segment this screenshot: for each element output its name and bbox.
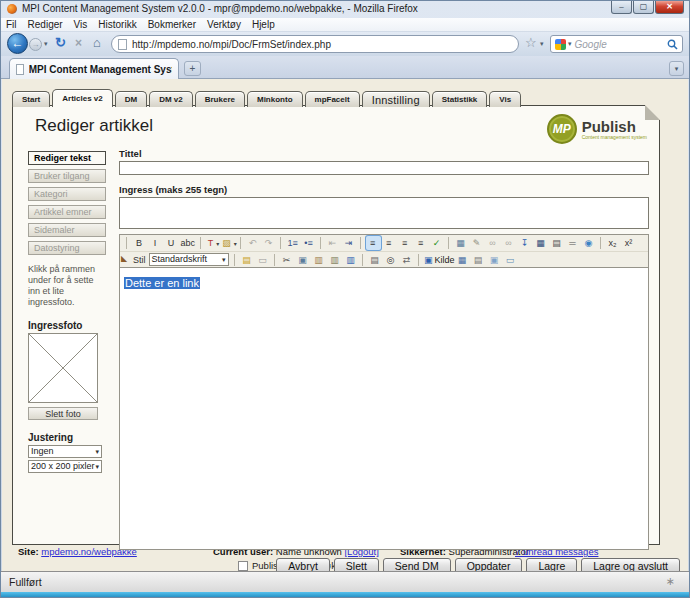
back-button[interactable]: ←	[7, 33, 28, 54]
align-justify-icon[interactable]: ≡	[414, 236, 429, 250]
new-page-icon[interactable]: ▤	[240, 253, 255, 267]
attachment-icon[interactable]: ✎	[470, 236, 485, 250]
source-icon[interactable]: ▣ Kilde	[424, 253, 455, 267]
align-left-icon[interactable]: ≡	[366, 236, 381, 250]
superscript-icon[interactable]: x²	[622, 236, 637, 250]
url-bar[interactable]: http://mpdemo.no/mpi/Doc/FrmSet/index.ph…	[111, 35, 519, 53]
tab-brukere[interactable]: Brukere	[195, 91, 245, 107]
search-go-icon[interactable]	[667, 39, 678, 50]
preview-icon[interactable]: ▤	[472, 253, 487, 267]
paste-icon[interactable]: ▥	[312, 253, 327, 267]
maximize-button[interactable]: ▢	[633, 1, 654, 14]
menu-item[interactable]: Historikk	[98, 19, 136, 30]
browser-tab[interactable]: MPI Content Management System v...	[9, 58, 179, 79]
cut-icon[interactable]: ✂	[280, 253, 295, 267]
justering-select[interactable]: Ingen ▾	[28, 445, 102, 458]
anchor-icon[interactable]: ↧	[518, 236, 533, 250]
bookmark-dropdown-icon[interactable]: ▾	[540, 40, 544, 48]
forward-button[interactable]: →	[29, 38, 42, 51]
show-blocks-icon[interactable]: ▣	[488, 253, 503, 267]
menu-item[interactable]: Vis	[74, 19, 88, 30]
ingress-textarea[interactable]	[119, 197, 649, 229]
new-tab-button[interactable]: +	[184, 61, 201, 76]
eraser-icon[interactable]: ▭	[256, 253, 271, 267]
bookmark-star-icon[interactable]: ☆	[525, 35, 537, 50]
bold-icon[interactable]: B	[133, 236, 148, 250]
oppdater-button[interactable]: Oppdater	[455, 558, 523, 571]
minimize-button[interactable]: –	[611, 1, 632, 14]
close-button[interactable]: ✕	[655, 1, 684, 14]
tab-dm-v2[interactable]: DM v2	[149, 91, 193, 107]
highlight-color-icon[interactable]: ▨	[222, 236, 237, 250]
menu-item[interactable]: Bokmerker	[148, 19, 196, 30]
tab-dm[interactable]: DM	[115, 91, 147, 107]
outdent-icon[interactable]: ⇤	[326, 236, 341, 250]
paste-word-icon[interactable]: ▥	[344, 253, 359, 267]
tab-mpfacelt[interactable]: mpFacelt	[305, 91, 360, 107]
send-dm-button[interactable]: Send DM	[383, 558, 451, 571]
find-icon[interactable]: ◎	[384, 253, 399, 267]
tab-list-dropdown-icon[interactable]: ▾	[669, 61, 684, 76]
history-dropdown-icon[interactable]: ▾	[44, 40, 48, 48]
unlink-icon[interactable]: ∞	[502, 236, 517, 250]
search-engine-dropdown-icon[interactable]: ▾	[568, 40, 572, 48]
maximize-icon[interactable]: ▭	[504, 253, 519, 267]
tab-statistikk[interactable]: Statistikk	[432, 91, 488, 107]
search-input[interactable]: Google	[575, 39, 667, 50]
menu-item[interactable]: Verktøy	[207, 19, 241, 30]
tittel-input[interactable]	[119, 161, 649, 175]
stop-icon[interactable]: ×	[75, 36, 82, 50]
numbered-list-icon[interactable]: 1≡	[286, 236, 301, 250]
copy-icon[interactable]: ▣	[296, 253, 311, 267]
strikethrough-icon[interactable]: abc	[181, 236, 198, 250]
indent-icon[interactable]: ⇥	[342, 236, 357, 250]
underline-icon[interactable]: U	[165, 236, 180, 250]
sidebar-item-kategori[interactable]: Kategori	[28, 187, 106, 201]
slett-button[interactable]: Slett	[334, 558, 379, 571]
table-borders-icon[interactable]: ▦	[456, 253, 471, 267]
size-select[interactable]: 200 x 200 pixler ▾	[28, 460, 102, 473]
toolbar-collapse-icon[interactable]: ◣	[121, 254, 127, 263]
spellcheck-icon[interactable]: ✓	[430, 236, 445, 250]
undo-icon[interactable]: ↶	[246, 236, 261, 250]
title-bar[interactable]: MPI Content Management System v2.0.0 - m…	[1, 1, 689, 18]
tab-start[interactable]: Start	[12, 91, 50, 107]
lagre-button[interactable]: Lagre	[526, 558, 577, 571]
table-icon[interactable]: ▦	[534, 236, 549, 250]
editor-content-area[interactable]: Dette er en link	[120, 267, 648, 549]
selected-link-text[interactable]: Dette er en link	[124, 277, 200, 289]
paste-text-icon[interactable]: ▥	[328, 253, 343, 267]
tab-articles-v2[interactable]: Articles v2	[52, 89, 112, 107]
avbryt-button[interactable]: Avbryt	[276, 558, 330, 571]
bulleted-list-icon[interactable]: •≡	[302, 236, 317, 250]
image-icon[interactable]: ▦	[454, 236, 469, 250]
ingressfoto-placeholder[interactable]	[28, 333, 98, 403]
align-right-icon[interactable]: ≡	[398, 236, 413, 250]
link-icon[interactable]: ∞	[486, 236, 501, 250]
replace-icon[interactable]: ⇄	[400, 253, 415, 267]
sidebar-item-bruker-tilgang[interactable]: Bruker tilgang	[28, 169, 106, 183]
sidebar-item-rediger-tekst[interactable]: Rediger tekst	[28, 151, 106, 165]
menu-item[interactable]: Fil	[6, 19, 17, 30]
url-text[interactable]: http://mpdemo.no/mpi/Doc/FrmSet/index.ph…	[132, 39, 331, 50]
redo-icon[interactable]: ↷	[262, 236, 277, 250]
publiser-checkbox[interactable]	[238, 561, 248, 571]
sidebar-item-sidemaler[interactable]: Sidemaler	[28, 223, 106, 237]
print-icon[interactable]: ▤	[368, 253, 383, 267]
menu-item[interactable]: Rediger	[28, 19, 63, 30]
tab-vis[interactable]: Vis	[489, 91, 521, 107]
italic-icon[interactable]: I	[149, 236, 164, 250]
tab-minkonto[interactable]: Minkonto	[247, 91, 303, 107]
plugin-status-icon[interactable]: ∗	[666, 575, 675, 588]
subscript-icon[interactable]: x₂	[606, 236, 621, 250]
reload-icon[interactable]: ↻	[55, 35, 66, 50]
search-bar[interactable]: ▾ Google	[550, 35, 683, 53]
pagebreak-icon[interactable]: ▤	[550, 236, 565, 250]
slett-foto-button[interactable]: Slett foto	[28, 407, 98, 420]
tab-innstilling[interactable]: Innstilling	[362, 91, 430, 107]
text-color-icon[interactable]: T	[206, 236, 221, 250]
sidebar-item-datostyring[interactable]: Datostyring	[28, 241, 106, 255]
hr-icon[interactable]: ═	[566, 236, 581, 250]
lagre-og-avslutt-button[interactable]: Lagre og avslutt	[581, 558, 680, 571]
home-icon[interactable]: ⌂	[93, 35, 101, 50]
